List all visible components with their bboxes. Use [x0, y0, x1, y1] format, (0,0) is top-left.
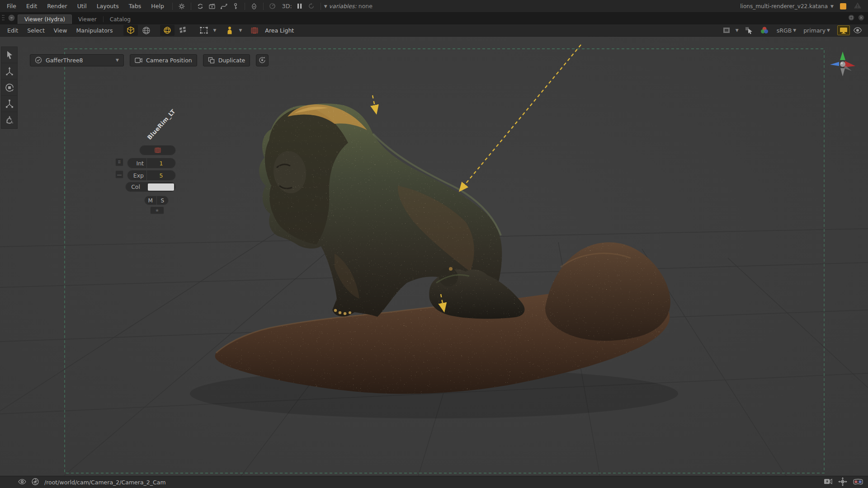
camera-dropdown-icon[interactable]: ▼	[239, 28, 242, 33]
shaded-view-icon[interactable]	[123, 25, 138, 36]
intensity-value[interactable]: 1	[147, 160, 175, 167]
settings-gear-icon[interactable]	[176, 2, 188, 11]
pane-maximize-icon[interactable]	[848, 14, 854, 22]
exposure-label: Exp	[127, 172, 144, 179]
light-exposure-field[interactable]: Exp 5	[127, 170, 176, 181]
axis-orientation-gizmo[interactable]	[829, 51, 858, 79]
light-intensity-field[interactable]: Int 1	[127, 158, 176, 169]
camera-position-button[interactable]: Camera Position	[130, 54, 197, 66]
menu-file[interactable]: File	[2, 3, 21, 9]
viewer-tool-column	[1, 47, 18, 129]
color-label: Col	[126, 183, 140, 190]
main-menubar: File Edit Render Util Layouts Tabs Help	[0, 0, 868, 13]
mute-button[interactable]: M	[145, 197, 156, 204]
scene-canvas	[0, 37, 868, 476]
viewer-menu-manipulators[interactable]: Manipulators	[71, 27, 117, 34]
monitor-output-icon[interactable]	[837, 25, 850, 35]
pane-close-icon[interactable]	[858, 14, 864, 22]
menu-render[interactable]: Render	[42, 3, 72, 9]
warning-triangle-icon[interactable]	[854, 2, 862, 10]
rotate-tool-icon[interactable]	[1, 80, 17, 96]
translate-tool-icon[interactable]	[1, 63, 17, 80]
light-favorite-button[interactable]: ★	[150, 206, 164, 214]
current-camera-path[interactable]: /root/world/cam/Camera_2/Camera_2_Cam	[44, 479, 166, 486]
viewer-menu-view[interactable]: View	[49, 27, 72, 34]
viewer-menu-select[interactable]: Select	[23, 27, 49, 34]
interactive-render-icon	[267, 2, 278, 11]
filename-dropdown-icon[interactable]: ▼	[830, 4, 834, 9]
color-swatch[interactable]	[148, 183, 174, 191]
divider	[172, 3, 173, 10]
variables-label: variables:	[329, 3, 357, 9]
pane-menu-icon[interactable]	[8, 14, 15, 23]
variables-dropdown-icon[interactable]: ▼	[324, 4, 327, 9]
exposure-value[interactable]: 5	[147, 172, 175, 179]
menu-help[interactable]: Help	[146, 3, 169, 9]
performance-icon[interactable]	[248, 2, 260, 11]
light-mute-solo: M S	[144, 196, 169, 205]
viewer-3d-viewport[interactable]: GafferThree8 ▼ Camera Position Duplicate…	[0, 37, 868, 476]
colorspace-dropdown-icon[interactable]: ▼	[793, 28, 796, 33]
menu-edit[interactable]: Edit	[21, 3, 42, 9]
pause-icon[interactable]	[294, 2, 306, 11]
flash-render-icon[interactable]	[824, 478, 833, 486]
marquee-dropdown-icon[interactable]: ▼	[213, 28, 216, 33]
light-grip-handle[interactable]: ⠿	[115, 158, 123, 166]
select-tool-icon[interactable]	[1, 47, 17, 63]
scene-filename[interactable]: lions_multi-renderer_v22.katana ▼	[740, 3, 834, 9]
divider	[263, 3, 264, 10]
layer-display-icon[interactable]	[719, 25, 734, 36]
visibility-eye-icon[interactable]	[18, 479, 26, 486]
proxy-display-icon[interactable]	[175, 25, 190, 36]
tab-viewer[interactable]: Viewer	[72, 14, 103, 24]
stereo-3d-glasses-icon[interactable]	[853, 478, 863, 487]
inspect-eye-icon[interactable]	[850, 25, 865, 36]
camera-person-icon[interactable]	[222, 25, 237, 36]
render-slate-icon[interactable]	[206, 2, 218, 11]
solo-button[interactable]: S	[157, 197, 169, 204]
layer-dropdown-icon[interactable]: ▼	[736, 28, 739, 33]
light-collapse-handle[interactable]: —	[115, 170, 123, 178]
divider	[321, 3, 321, 10]
pane-grip-icon[interactable]	[2, 14, 5, 22]
divider	[191, 3, 191, 10]
katana-window: File Edit Render Util Layouts Tabs Help	[0, 0, 868, 488]
duplicate-button[interactable]: Duplicate	[203, 54, 250, 66]
pane-tabbar: Viewer (Hydra) Viewer Catalog	[0, 13, 868, 24]
viewer-statusbar: /root/world/cam/Camera_2/Camera_2_Cam	[0, 476, 868, 488]
intensity-label: Int	[127, 160, 144, 167]
cyclic-update-icon[interactable]	[194, 2, 206, 11]
tab-catalog[interactable]: Catalog	[104, 14, 137, 24]
marquee-select-icon[interactable]	[197, 25, 211, 36]
scale-tool-icon[interactable]	[1, 96, 17, 112]
keyframe-icon[interactable]	[230, 2, 241, 11]
colorspace-value[interactable]: sRGB	[777, 27, 792, 34]
gaffer-node-selector[interactable]: GafferThree8 ▼	[30, 54, 124, 66]
tab-viewer-hydra[interactable]: Viewer (Hydra)	[18, 14, 72, 24]
lock-orientation-button[interactable]	[256, 54, 269, 66]
viewer-menu-edit[interactable]: Edit	[3, 27, 23, 34]
color-channels-icon[interactable]	[757, 25, 772, 36]
transform-combo-tool-icon[interactable]	[1, 112, 17, 128]
light-color-field[interactable]: Col	[125, 182, 176, 192]
gaffer-dropdown-icon[interactable]: ▼	[116, 58, 119, 62]
area-light-icon	[247, 25, 262, 36]
light-handle-button[interactable]	[139, 145, 176, 155]
channel-value[interactable]: primary	[803, 27, 826, 34]
gaffer-node-name: GafferThree8	[46, 57, 83, 64]
area-light-label: Area Light	[265, 27, 294, 34]
menu-tabs[interactable]: Tabs	[124, 3, 146, 9]
divider	[245, 3, 245, 10]
camera-shutter-icon[interactable]	[32, 478, 39, 487]
light-display-icon[interactable]	[160, 25, 175, 36]
channel-dropdown-icon[interactable]: ▼	[827, 28, 830, 33]
globe-view-icon[interactable]	[139, 25, 153, 36]
unsaved-changes-icon[interactable]	[840, 3, 846, 9]
menu-layouts[interactable]: Layouts	[92, 3, 124, 9]
menu-util[interactable]: Util	[72, 3, 92, 9]
pan-move-icon[interactable]	[838, 477, 847, 488]
variables-value[interactable]: none	[359, 3, 373, 9]
snap-cursor-icon[interactable]	[742, 25, 756, 36]
curve-editor-icon[interactable]	[218, 2, 230, 11]
viewer-toolbar: Edit Select View Manipulators ▼	[0, 24, 868, 37]
